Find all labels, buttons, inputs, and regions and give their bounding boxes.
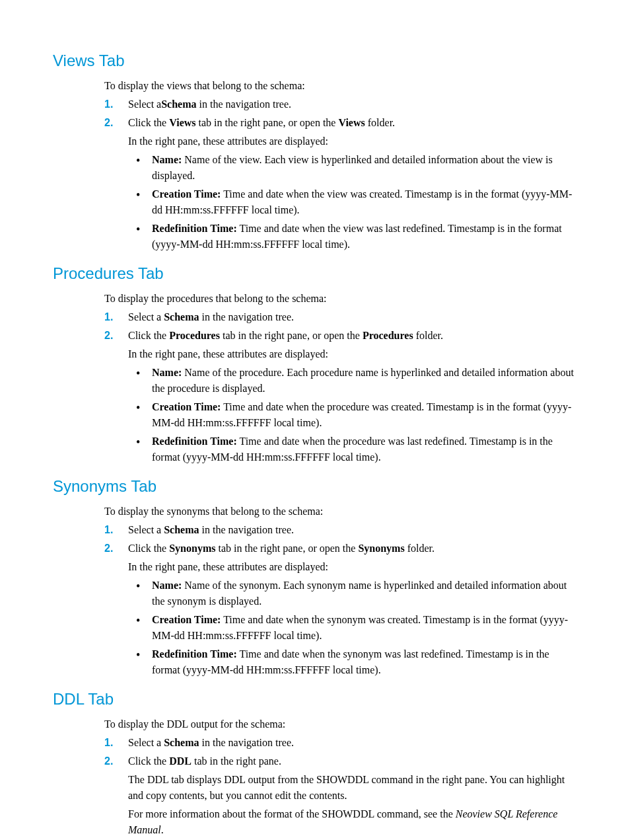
- synonyms-attr-creation-time: Creation Time: Time and date when the sy…: [152, 612, 577, 644]
- synonyms-intro: To display the synonyms that belong to t…: [104, 504, 577, 519]
- step-number: 2.: [104, 328, 113, 344]
- views-intro: To display the views that belong to the …: [104, 78, 577, 94]
- synonyms-attr-name: Name: Name of the synonym. Each synonym …: [152, 578, 577, 609]
- procedures-intro: To display the procedures that belong to…: [104, 291, 577, 307]
- step-number: 1.: [104, 735, 113, 751]
- step-number: 1.: [104, 96, 113, 112]
- procedures-attrs-list: Name: Name of the procedure. Each proced…: [128, 365, 577, 465]
- synonyms-attrs-list: Name: Name of the synonym. Each synonym …: [128, 578, 577, 678]
- views-steps: 1. Select aSchema in the navigation tree…: [104, 96, 577, 252]
- ddl-para-1: The DDL tab displays DDL output from the…: [128, 772, 577, 804]
- step-text: Click the Views tab in the right pane, o…: [128, 117, 395, 128]
- views-attr-redefinition-time: Redefinition Time: Time and date when th…: [152, 221, 577, 252]
- views-attr-creation-time: Creation Time: Time and date when the vi…: [152, 186, 577, 218]
- views-attrs-list: Name: Name of the view. Each view is hyp…: [128, 152, 577, 252]
- ddl-para-2: For more information about the format of…: [128, 806, 577, 838]
- procedures-attr-creation-time: Creation Time: Time and date when the pr…: [152, 399, 577, 431]
- ddl-step-1: 1. Select a Schema in the navigation tre…: [104, 735, 577, 751]
- procedures-attrs-intro: In the right pane, these attributes are …: [128, 346, 577, 362]
- views-step-1: 1. Select aSchema in the navigation tree…: [104, 96, 577, 112]
- procedures-step-2: 2. Click the Procedures tab in the right…: [104, 328, 577, 465]
- synonyms-attr-redefinition-time: Redefinition Time: Time and date when th…: [152, 646, 577, 678]
- step-text: Select a Schema in the navigation tree.: [128, 524, 294, 535]
- procedures-tab-heading: Procedures Tab: [53, 262, 577, 286]
- ddl-tab-heading: DDL Tab: [53, 687, 577, 711]
- views-step-2: 2. Click the Views tab in the right pane…: [104, 115, 577, 252]
- step-number: 2.: [104, 115, 113, 131]
- views-attr-name: Name: Name of the view. Each view is hyp…: [152, 152, 577, 184]
- views-attrs-intro: In the right pane, these attributes are …: [128, 134, 577, 149]
- step-number: 2.: [104, 541, 113, 556]
- step-text: Click the DDL tab in the right pane.: [128, 755, 281, 767]
- procedures-steps: 1. Select a Schema in the navigation tre…: [104, 309, 577, 465]
- step-number: 2.: [104, 753, 113, 769]
- step-text: Click the Synonyms tab in the right pane…: [128, 543, 435, 554]
- synonyms-steps: 1. Select a Schema in the navigation tre…: [104, 522, 577, 678]
- synonyms-step-2: 2. Click the Synonyms tab in the right p…: [104, 541, 577, 678]
- synonyms-step-1: 1. Select a Schema in the navigation tre…: [104, 522, 577, 538]
- step-text: Click the Procedures tab in the right pa…: [128, 330, 443, 341]
- ddl-intro: To display the DDL output for the schema…: [104, 716, 577, 732]
- step-number: 1.: [104, 522, 113, 538]
- views-tab-heading: Views Tab: [53, 49, 577, 73]
- synonyms-attrs-intro: In the right pane, these attributes are …: [128, 559, 577, 575]
- ddl-steps: 1. Select a Schema in the navigation tre…: [104, 735, 577, 838]
- synonyms-tab-heading: Synonyms Tab: [53, 475, 577, 498]
- step-number: 1.: [104, 309, 113, 325]
- ddl-step-2: 2. Click the DDL tab in the right pane. …: [104, 753, 577, 838]
- procedures-attr-name: Name: Name of the procedure. Each proced…: [152, 365, 577, 397]
- procedures-attr-redefinition-time: Redefinition Time: Time and date when th…: [152, 434, 577, 465]
- step-text: Select aSchema in the navigation tree.: [128, 98, 291, 110]
- step-text: Select a Schema in the navigation tree.: [128, 311, 294, 323]
- procedures-step-1: 1. Select a Schema in the navigation tre…: [104, 309, 577, 325]
- step-text: Select a Schema in the navigation tree.: [128, 737, 294, 748]
